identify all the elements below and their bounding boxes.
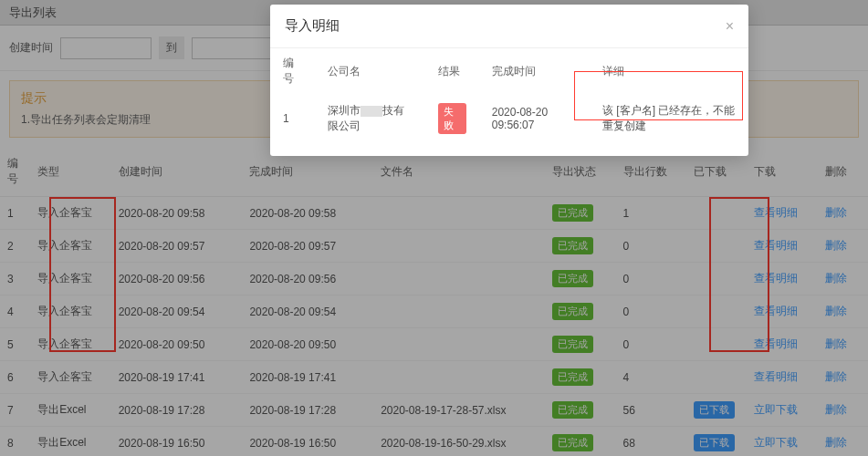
redacted-mask <box>361 106 382 117</box>
company-cell: 深圳市技有限公司 <box>315 94 425 143</box>
modal-row: 1 深圳市技有限公司 失败 2020-08-20 09:56:07 该 [客户名… <box>270 94 748 143</box>
modal-header-row: 编号 公司名 结果 完成时间 详细 <box>270 48 748 95</box>
import-detail-modal: 导入明细 × 编号 公司名 结果 完成时间 详细 1 深圳市技有限公司 失败 2… <box>270 5 748 156</box>
close-icon[interactable]: × <box>726 18 734 35</box>
modal-title: 导入明细 <box>285 17 340 35</box>
result-badge: 失败 <box>438 103 466 134</box>
detail-cell: 该 [客户名] 已经存在，不能重复创建 <box>590 94 748 143</box>
modal-table: 编号 公司名 结果 完成时间 详细 1 深圳市技有限公司 失败 2020-08-… <box>270 47 748 143</box>
